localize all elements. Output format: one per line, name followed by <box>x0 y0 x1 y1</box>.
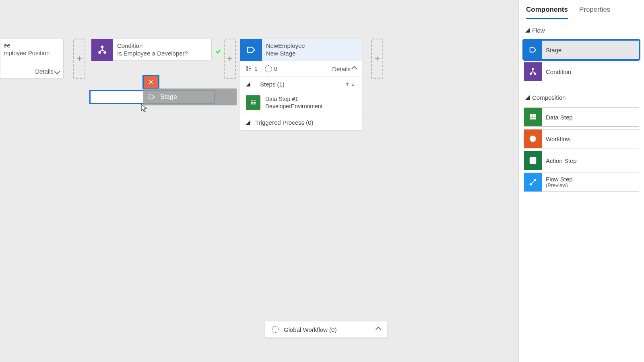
svg-point-11 <box>535 73 536 75</box>
section-flow-label: Flow <box>532 27 545 34</box>
tab-components[interactable]: Components <box>526 4 568 19</box>
svg-rect-13 <box>530 116 533 117</box>
svg-point-9 <box>532 68 534 70</box>
partial-line2: mployee Position <box>4 49 60 56</box>
collapse-icon[interactable] <box>246 120 250 125</box>
svg-point-23 <box>99 51 100 53</box>
actionstep-icon <box>524 151 542 170</box>
plus-icon: + <box>76 53 82 64</box>
drop-slot[interactable]: + <box>224 39 236 79</box>
tab-properties[interactable]: Properties <box>579 4 610 19</box>
svg-point-24 <box>104 51 105 53</box>
svg-rect-27 <box>247 70 248 71</box>
component-actionstep[interactable]: Action Step <box>524 151 639 170</box>
component-workflow-label: Workflow <box>542 136 570 142</box>
component-workflow[interactable]: Workflow <box>524 129 639 148</box>
condition-title: Condition <box>117 42 207 50</box>
section-flow-header[interactable]: Flow <box>524 25 639 38</box>
partial-line1: ee <box>4 41 60 49</box>
condition-icon <box>91 39 113 61</box>
datastep-title: Data Step #1 <box>265 95 322 103</box>
drop-slot[interactable]: + <box>371 39 383 79</box>
condition-text: Is Employee a Developer? <box>117 50 207 57</box>
details-toggle[interactable]: Details <box>332 66 356 72</box>
collapse-icon <box>525 28 530 33</box>
component-flowstep-label: Flow Step (Preview) <box>542 176 573 188</box>
chevron-up-icon <box>351 66 357 72</box>
workflow-icon <box>524 130 542 148</box>
cursor-icon <box>140 103 148 113</box>
check-icon <box>213 46 223 57</box>
stage-icon <box>143 88 160 105</box>
svg-rect-36 <box>254 103 256 104</box>
datastep-icon <box>524 108 542 126</box>
svg-rect-31 <box>251 101 253 101</box>
plus-icon: + <box>374 53 380 64</box>
stage-icon <box>240 39 262 61</box>
stage-icon <box>524 41 542 59</box>
svg-rect-35 <box>254 102 256 103</box>
reorder-icon[interactable] <box>346 82 356 87</box>
condition-icon <box>524 62 542 81</box>
svg-rect-34 <box>254 101 256 101</box>
svg-rect-15 <box>533 115 536 116</box>
component-flowstep[interactable]: Flow Step (Preview) <box>524 173 639 192</box>
details-toggle[interactable]: Details <box>35 68 59 75</box>
section-composition: Composition Data Step Workflow Action St… <box>519 87 644 197</box>
component-condition[interactable]: Condition <box>524 62 639 81</box>
data-step-row[interactable]: Data Step #1 DeveloperEnvironment <box>240 92 362 115</box>
wf-count-badge: 0 <box>265 65 277 72</box>
stage-node-newemployee[interactable]: NewEmployee New Stage 1 0 Details <box>240 39 362 130</box>
triggered-header: Triggered Process (0) <box>255 119 314 126</box>
steps-header: Steps (1) <box>260 81 285 88</box>
svg-rect-33 <box>251 103 253 104</box>
component-condition-label: Condition <box>542 68 571 75</box>
delete-icon[interactable] <box>142 75 159 89</box>
condition-node[interactable]: Condition Is Employee a Developer? <box>91 39 212 60</box>
svg-point-10 <box>530 73 532 75</box>
datastep-field: DeveloperEnvironment <box>265 103 322 110</box>
component-datastep[interactable]: Data Step <box>524 107 639 127</box>
svg-rect-26 <box>247 68 248 69</box>
component-stage-label: Stage <box>542 47 561 53</box>
svg-rect-16 <box>533 116 536 117</box>
svg-rect-32 <box>251 102 253 103</box>
right-panel: Components Properties Flow Stage Conditi… <box>518 0 644 362</box>
datastep-icon <box>246 95 260 110</box>
flowstep-icon <box>524 173 542 191</box>
steps-count-badge: 1 <box>246 66 258 72</box>
global-workflow-bar[interactable]: Global Workflow (0) <box>265 321 387 338</box>
component-actionstep-label: Action Step <box>542 157 577 164</box>
svg-rect-25 <box>247 67 248 68</box>
stage-node-partial[interactable]: ee mployee Position Details <box>0 39 64 79</box>
chevron-up-icon[interactable] <box>376 327 381 332</box>
drag-ghost-stage: Stage <box>143 88 237 105</box>
svg-point-22 <box>101 46 103 47</box>
section-composition-header[interactable]: Composition <box>524 93 639 105</box>
svg-point-18 <box>530 136 536 142</box>
newstage-title: NewEmployee <box>266 42 358 50</box>
component-datastep-label: Data Step <box>542 114 573 121</box>
ghost-label: Stage <box>160 93 177 101</box>
svg-rect-12 <box>530 115 533 116</box>
chevron-down-icon <box>54 68 60 74</box>
newstage-sub: New Stage <box>266 50 358 57</box>
workflow-icon <box>272 326 279 333</box>
canvas[interactable]: ee mployee Position Details + + + Condit… <box>0 23 518 362</box>
svg-rect-17 <box>533 118 536 119</box>
section-composition-label: Composition <box>532 94 566 101</box>
panel-tabs: Components Properties <box>519 4 644 20</box>
global-workflow-label: Global Workflow (0) <box>284 326 336 333</box>
component-stage[interactable]: Stage <box>524 40 639 60</box>
plus-icon: + <box>227 53 233 64</box>
drop-slot[interactable]: + <box>73 39 85 79</box>
collapse-icon[interactable] <box>246 82 250 86</box>
section-flow: Flow Stage Condition <box>519 20 644 87</box>
collapse-icon <box>525 95 530 100</box>
svg-rect-14 <box>530 118 533 119</box>
